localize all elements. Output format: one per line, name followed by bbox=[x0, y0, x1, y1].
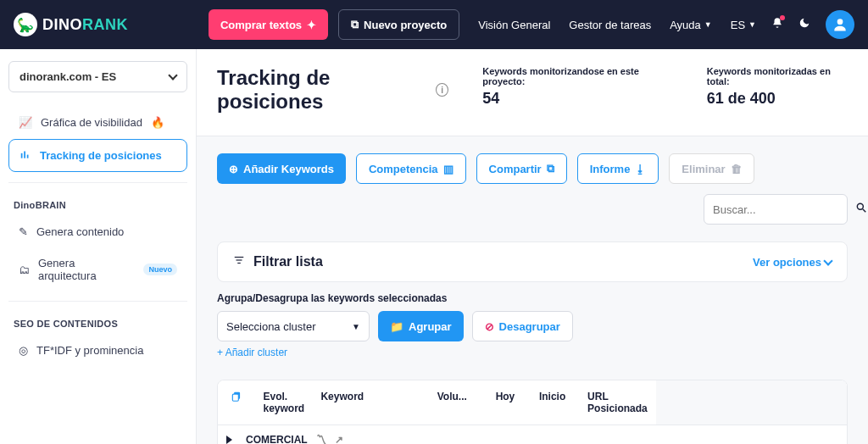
filter-card: Filtrar lista Ver opciones bbox=[217, 241, 848, 282]
nav-help-label: Ayuda bbox=[670, 19, 701, 31]
notification-dot bbox=[780, 15, 785, 20]
bars-icon bbox=[19, 148, 31, 163]
toolbar: ⊕ Añadir Keywords Competencia ▥ Comparti… bbox=[197, 136, 868, 235]
chevron-down-icon: ▼ bbox=[704, 20, 712, 29]
user-avatar[interactable] bbox=[826, 10, 854, 39]
svg-line-5 bbox=[863, 209, 866, 213]
select-placeholder: Selecciona cluster bbox=[226, 320, 316, 333]
svg-rect-3 bbox=[27, 155, 29, 158]
expand-icon bbox=[226, 436, 232, 444]
nav-overview[interactable]: Visión General bbox=[478, 19, 550, 31]
trend-up-icon: ↗ bbox=[335, 434, 343, 444]
sidebar-item-tracking[interactable]: Tracking de posiciones bbox=[8, 139, 187, 172]
metric-project-keywords: Keywords monitorizandose en este proyect… bbox=[482, 66, 673, 108]
new-badge: Nuevo bbox=[143, 264, 177, 275]
add-cluster-link[interactable]: + Añadir cluster bbox=[217, 347, 287, 358]
sparkle-icon: ✦ bbox=[307, 19, 316, 31]
metric-label: Keywords monitorizadas en total: bbox=[707, 66, 848, 86]
info-icon[interactable]: i bbox=[436, 83, 448, 97]
chart-icon: 📈 bbox=[19, 116, 32, 129]
svg-rect-10 bbox=[232, 394, 238, 401]
plus-circle-icon: ⊕ bbox=[229, 163, 238, 175]
tree-icon: 🗂 bbox=[19, 264, 30, 276]
col-evol[interactable]: Evol. keyword bbox=[254, 380, 312, 425]
svg-point-4 bbox=[857, 203, 863, 209]
filter-icon bbox=[233, 254, 245, 269]
brand-logo[interactable]: 🦕 DINORANK bbox=[14, 13, 128, 36]
col-url[interactable]: URL Posicionada bbox=[579, 380, 656, 425]
svg-rect-1 bbox=[21, 153, 23, 158]
dino-icon: 🦕 bbox=[14, 13, 37, 36]
group-button[interactable]: 📁 Agrupar bbox=[378, 311, 464, 341]
nav-tasks[interactable]: Gestor de tareas bbox=[569, 19, 651, 31]
add-keywords-button[interactable]: ⊕ Añadir Keywords bbox=[217, 153, 346, 184]
fire-icon: 🔥 bbox=[151, 116, 164, 129]
col-volume[interactable]: Volu... bbox=[429, 380, 487, 425]
dark-mode-icon[interactable] bbox=[798, 17, 810, 32]
metric-total-keywords: Keywords monitorizadas en total: 61 de 4… bbox=[707, 66, 848, 108]
table-row[interactable]: COMERCIAL 〽 ↗ bbox=[218, 425, 847, 444]
sidebar-item-tfidf[interactable]: ◎ TF*IDF y prominencia bbox=[8, 336, 187, 365]
folder-icon: 📁 bbox=[390, 320, 403, 333]
chevron-down-icon bbox=[823, 256, 832, 265]
metric-value: 61 de 400 bbox=[707, 90, 848, 108]
filter-options-link[interactable]: Ver opciones bbox=[753, 256, 832, 269]
btn-label: Competencia bbox=[369, 163, 438, 175]
report-button[interactable]: Informe ⭳ bbox=[577, 153, 659, 184]
keywords-table: Evol. keyword Keyword Volu... Hoy Inicio… bbox=[217, 380, 848, 444]
col-start[interactable]: Inicio bbox=[531, 380, 579, 425]
pencil-icon: ✎ bbox=[19, 225, 28, 238]
competition-button[interactable]: Competencia ▥ bbox=[356, 153, 466, 184]
sidebar-section-seo: SEO DE CONTENIDOS bbox=[14, 319, 187, 329]
btn-label: Añadir Keywords bbox=[243, 163, 334, 175]
btn-label: Desagrupar bbox=[499, 320, 560, 333]
lang-label: ES bbox=[731, 19, 745, 31]
cluster-select[interactable]: Selecciona cluster ▼ bbox=[217, 311, 370, 341]
metric-value: 54 bbox=[482, 90, 673, 108]
trash-icon: 🗑 bbox=[731, 163, 742, 175]
new-project-label: Nuevo proyecto bbox=[364, 19, 447, 31]
target-icon: ◎ bbox=[19, 344, 28, 357]
col-keyword[interactable]: Keyword bbox=[312, 380, 428, 425]
search-input[interactable] bbox=[713, 203, 855, 216]
col-blank bbox=[656, 380, 847, 425]
search-box[interactable] bbox=[704, 194, 848, 225]
ungroup-button[interactable]: ⊘ Desagrupar bbox=[472, 311, 573, 341]
unfolder-icon: ⊘ bbox=[485, 320, 494, 333]
nav-help[interactable]: Ayuda ▼ bbox=[670, 19, 712, 31]
filter-title-label: Filtrar lista bbox=[253, 254, 323, 269]
svg-point-0 bbox=[837, 19, 843, 25]
col-copy[interactable] bbox=[218, 380, 254, 425]
divider bbox=[8, 301, 187, 302]
link-label: Ver opciones bbox=[753, 256, 821, 269]
chevron-down-icon bbox=[168, 70, 177, 80]
buy-texts-button[interactable]: Comprar textos ✦ bbox=[209, 9, 328, 40]
brand-text: DINORANK bbox=[42, 16, 128, 34]
cluster-name: COMERCIAL bbox=[246, 434, 308, 444]
svg-rect-8 bbox=[237, 263, 241, 264]
share-button[interactable]: Compartir ⧉ bbox=[476, 153, 567, 184]
sidebar-section-brain: DinoBRAIN bbox=[14, 200, 187, 210]
btn-label: Eliminar bbox=[682, 163, 725, 175]
sidebar-item-gen-arch[interactable]: 🗂 Genera arquitectura Nuevo bbox=[8, 248, 187, 291]
notifications-icon[interactable] bbox=[771, 17, 783, 32]
buy-texts-label: Comprar textos bbox=[220, 19, 302, 31]
trend-icon: 〽 bbox=[316, 434, 326, 444]
new-project-button[interactable]: ⧉ Nuevo proyecto bbox=[338, 9, 459, 40]
svg-rect-6 bbox=[235, 257, 244, 258]
project-name: dinorank.com - ES bbox=[19, 70, 116, 83]
search-icon bbox=[855, 202, 867, 217]
sidebar-item-label: Gráfica de visibilidad bbox=[41, 116, 142, 129]
sidebar: dinorank.com - ES 📈 Gráfica de visibilid… bbox=[0, 49, 197, 444]
sidebar-item-gen-content[interactable]: ✎ Genera contenido bbox=[8, 217, 187, 247]
sidebar-item-label: Tracking de posiciones bbox=[40, 149, 162, 162]
col-today[interactable]: Hoy bbox=[487, 380, 531, 425]
project-selector[interactable]: dinorank.com - ES bbox=[8, 61, 187, 92]
table-header: Evol. keyword Keyword Volu... Hoy Inicio… bbox=[218, 380, 847, 425]
sidebar-item-visibility[interactable]: 📈 Gráfica de visibilidad 🔥 bbox=[8, 108, 187, 137]
metric-label: Keywords monitorizandose en este proyect… bbox=[482, 66, 673, 86]
svg-rect-7 bbox=[236, 259, 242, 260]
nav-language[interactable]: ES ▼ bbox=[731, 19, 756, 31]
sidebar-item-label: TF*IDF y prominencia bbox=[36, 344, 143, 357]
sidebar-item-label: Genera arquitectura bbox=[38, 257, 135, 282]
